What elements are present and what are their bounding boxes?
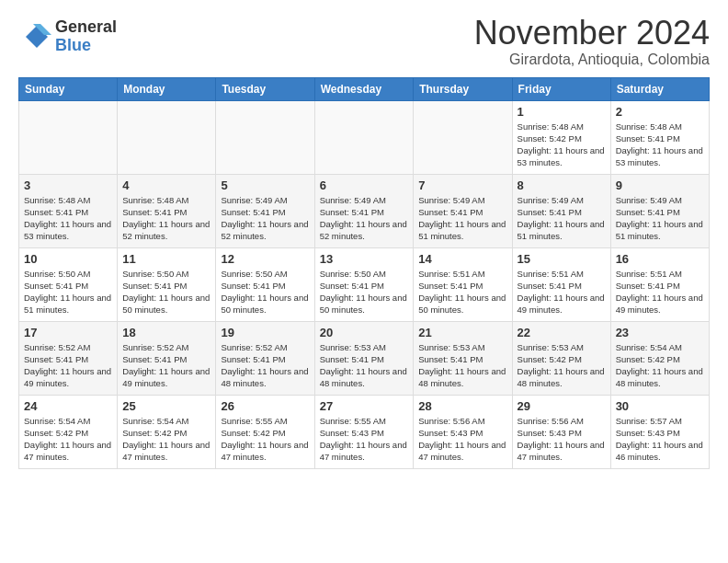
col-thursday: Thursday — [414, 77, 512, 100]
day-number: 28 — [418, 399, 506, 413]
day-info: Sunrise: 5:48 AM Sunset: 5:41 PM Dayligh… — [122, 194, 210, 243]
day-number: 26 — [221, 399, 309, 413]
day-info: Sunrise: 5:53 AM Sunset: 5:41 PM Dayligh… — [320, 341, 409, 390]
day-cell-1-1: 4Sunrise: 5:48 AM Sunset: 5:41 PM Daylig… — [118, 174, 216, 247]
day-number: 13 — [320, 252, 409, 266]
day-number: 25 — [122, 399, 210, 413]
day-info: Sunrise: 5:54 AM Sunset: 5:42 PM Dayligh… — [24, 415, 112, 464]
day-info: Sunrise: 5:51 AM Sunset: 5:41 PM Dayligh… — [518, 268, 606, 316]
day-info: Sunrise: 5:48 AM Sunset: 5:42 PM Dayligh… — [518, 121, 606, 169]
day-number: 30 — [616, 399, 704, 413]
col-wednesday: Wednesday — [314, 77, 414, 100]
header: General Blue November 2024 Girardota, An… — [18, 15, 710, 68]
day-number: 10 — [24, 252, 112, 266]
day-cell-2-4: 14Sunrise: 5:51 AM Sunset: 5:41 PM Dayli… — [414, 247, 512, 321]
day-info: Sunrise: 5:49 AM Sunset: 5:41 PM Dayligh… — [418, 194, 506, 243]
month-title: November 2024 — [474, 15, 710, 52]
week-row-4: 17Sunrise: 5:52 AM Sunset: 5:41 PM Dayli… — [19, 321, 710, 395]
day-cell-0-6: 2Sunrise: 5:48 AM Sunset: 5:41 PM Daylig… — [610, 100, 709, 174]
day-number: 15 — [518, 252, 606, 266]
day-cell-0-0 — [19, 100, 118, 174]
day-cell-1-5: 8Sunrise: 5:49 AM Sunset: 5:41 PM Daylig… — [512, 174, 610, 247]
week-row-2: 3Sunrise: 5:48 AM Sunset: 5:41 PM Daylig… — [19, 174, 710, 247]
day-number: 4 — [122, 178, 210, 192]
day-number: 12 — [221, 252, 309, 266]
day-number: 27 — [320, 399, 409, 413]
calendar: Sunday Monday Tuesday Wednesday Thursday… — [18, 77, 710, 469]
day-number: 24 — [24, 399, 112, 413]
day-number: 21 — [418, 326, 506, 339]
day-info: Sunrise: 5:57 AM Sunset: 5:43 PM Dayligh… — [616, 415, 704, 464]
day-info: Sunrise: 5:50 AM Sunset: 5:41 PM Dayligh… — [221, 268, 309, 316]
day-cell-0-3 — [314, 100, 414, 174]
day-cell-3-6: 23Sunrise: 5:54 AM Sunset: 5:42 PM Dayli… — [610, 321, 709, 395]
calendar-header-row: Sunday Monday Tuesday Wednesday Thursday… — [19, 77, 710, 100]
day-info: Sunrise: 5:53 AM Sunset: 5:41 PM Dayligh… — [418, 341, 506, 390]
day-info: Sunrise: 5:49 AM Sunset: 5:41 PM Dayligh… — [616, 194, 704, 243]
day-cell-4-1: 25Sunrise: 5:54 AM Sunset: 5:42 PM Dayli… — [118, 395, 216, 468]
day-number: 23 — [616, 326, 704, 339]
logo: General Blue — [18, 18, 117, 55]
logo-icon — [18, 20, 51, 53]
day-cell-4-5: 29Sunrise: 5:56 AM Sunset: 5:43 PM Dayli… — [512, 395, 610, 468]
day-cell-3-0: 17Sunrise: 5:52 AM Sunset: 5:41 PM Dayli… — [19, 321, 118, 395]
day-number: 1 — [518, 105, 606, 119]
day-info: Sunrise: 5:52 AM Sunset: 5:41 PM Dayligh… — [24, 341, 112, 390]
day-info: Sunrise: 5:52 AM Sunset: 5:41 PM Dayligh… — [221, 341, 309, 390]
day-number: 20 — [320, 326, 409, 339]
day-number: 8 — [518, 178, 606, 192]
day-number: 5 — [221, 178, 309, 192]
logo-text: General Blue — [55, 18, 117, 55]
day-cell-3-3: 20Sunrise: 5:53 AM Sunset: 5:41 PM Dayli… — [314, 321, 414, 395]
col-friday: Friday — [512, 77, 610, 100]
day-number: 7 — [418, 178, 506, 192]
day-number: 18 — [122, 326, 210, 339]
col-saturday: Saturday — [610, 77, 709, 100]
col-tuesday: Tuesday — [216, 77, 314, 100]
day-info: Sunrise: 5:51 AM Sunset: 5:41 PM Dayligh… — [418, 268, 506, 316]
day-number: 9 — [616, 178, 704, 192]
day-cell-0-1 — [118, 100, 216, 174]
day-cell-4-4: 28Sunrise: 5:56 AM Sunset: 5:43 PM Dayli… — [414, 395, 512, 468]
day-info: Sunrise: 5:55 AM Sunset: 5:43 PM Dayligh… — [320, 415, 409, 464]
day-info: Sunrise: 5:55 AM Sunset: 5:42 PM Dayligh… — [221, 415, 309, 464]
day-info: Sunrise: 5:51 AM Sunset: 5:41 PM Dayligh… — [616, 268, 704, 316]
day-cell-3-4: 21Sunrise: 5:53 AM Sunset: 5:41 PM Dayli… — [414, 321, 512, 395]
day-number: 14 — [418, 252, 506, 266]
col-sunday: Sunday — [19, 77, 118, 100]
day-info: Sunrise: 5:49 AM Sunset: 5:41 PM Dayligh… — [518, 194, 606, 243]
day-cell-3-5: 22Sunrise: 5:53 AM Sunset: 5:42 PM Dayli… — [512, 321, 610, 395]
day-cell-0-5: 1Sunrise: 5:48 AM Sunset: 5:42 PM Daylig… — [512, 100, 610, 174]
day-cell-3-1: 18Sunrise: 5:52 AM Sunset: 5:41 PM Dayli… — [118, 321, 216, 395]
day-number: 17 — [24, 326, 112, 339]
day-number: 16 — [616, 252, 704, 266]
day-cell-0-2 — [216, 100, 314, 174]
day-cell-2-6: 16Sunrise: 5:51 AM Sunset: 5:41 PM Dayli… — [610, 247, 709, 321]
day-info: Sunrise: 5:53 AM Sunset: 5:42 PM Dayligh… — [518, 341, 606, 390]
logo-blue-text: Blue — [55, 37, 117, 55]
day-info: Sunrise: 5:54 AM Sunset: 5:42 PM Dayligh… — [122, 415, 210, 464]
day-cell-1-6: 9Sunrise: 5:49 AM Sunset: 5:41 PM Daylig… — [610, 174, 709, 247]
day-cell-4-6: 30Sunrise: 5:57 AM Sunset: 5:43 PM Dayli… — [610, 395, 709, 468]
day-info: Sunrise: 5:56 AM Sunset: 5:43 PM Dayligh… — [418, 415, 506, 464]
day-info: Sunrise: 5:49 AM Sunset: 5:41 PM Dayligh… — [320, 194, 409, 243]
day-cell-0-4 — [414, 100, 512, 174]
day-cell-2-3: 13Sunrise: 5:50 AM Sunset: 5:41 PM Dayli… — [314, 247, 414, 321]
day-info: Sunrise: 5:48 AM Sunset: 5:41 PM Dayligh… — [616, 121, 704, 169]
day-number: 3 — [24, 178, 112, 192]
day-cell-2-2: 12Sunrise: 5:50 AM Sunset: 5:41 PM Dayli… — [216, 247, 314, 321]
day-cell-3-2: 19Sunrise: 5:52 AM Sunset: 5:41 PM Dayli… — [216, 321, 314, 395]
col-monday: Monday — [118, 77, 216, 100]
week-row-3: 10Sunrise: 5:50 AM Sunset: 5:41 PM Dayli… — [19, 247, 710, 321]
day-cell-2-1: 11Sunrise: 5:50 AM Sunset: 5:41 PM Dayli… — [118, 247, 216, 321]
day-cell-1-3: 6Sunrise: 5:49 AM Sunset: 5:41 PM Daylig… — [314, 174, 414, 247]
day-info: Sunrise: 5:52 AM Sunset: 5:41 PM Dayligh… — [122, 341, 210, 390]
week-row-1: 1Sunrise: 5:48 AM Sunset: 5:42 PM Daylig… — [19, 100, 710, 174]
day-number: 2 — [616, 105, 704, 119]
week-row-5: 24Sunrise: 5:54 AM Sunset: 5:42 PM Dayli… — [19, 395, 710, 468]
day-cell-2-5: 15Sunrise: 5:51 AM Sunset: 5:41 PM Dayli… — [512, 247, 610, 321]
day-number: 11 — [122, 252, 210, 266]
logo-general-text: General — [55, 18, 117, 37]
day-cell-1-4: 7Sunrise: 5:49 AM Sunset: 5:41 PM Daylig… — [414, 174, 512, 247]
day-info: Sunrise: 5:56 AM Sunset: 5:43 PM Dayligh… — [518, 415, 606, 464]
